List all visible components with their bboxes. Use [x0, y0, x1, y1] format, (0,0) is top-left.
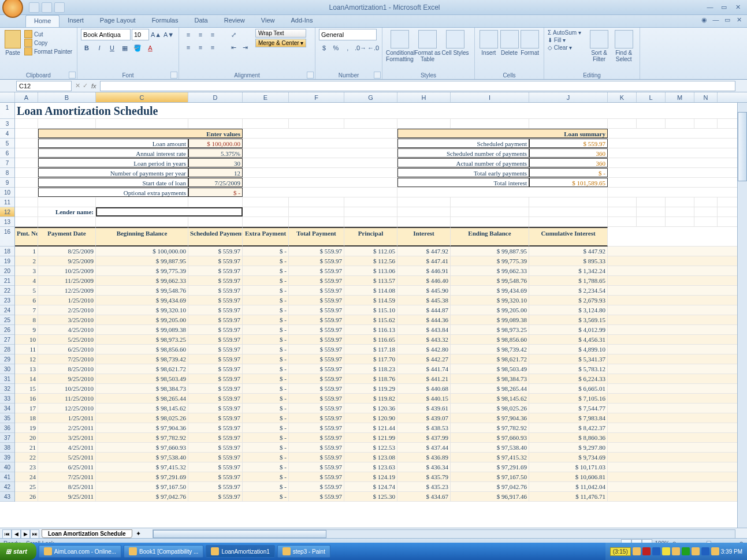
- cell[interactable]: $ -: [243, 286, 289, 295]
- cell[interactable]: [608, 217, 637, 226]
- cell[interactable]: $ 444.87: [397, 305, 451, 315]
- italic-button[interactable]: I: [94, 42, 105, 54]
- cell[interactable]: $ -: [243, 305, 289, 315]
- save-icon[interactable]: [29, 2, 39, 13]
- cell[interactable]: $ 98,265.44: [451, 384, 529, 393]
- cell[interactable]: Number of payments per year: [38, 168, 188, 177]
- cell[interactable]: 360: [529, 148, 608, 158]
- cell[interactable]: [38, 119, 96, 128]
- decrease-decimal-button[interactable]: ←.0: [367, 42, 378, 54]
- cell[interactable]: 6/25/2010: [38, 345, 96, 354]
- cell[interactable]: $ 97,415.32: [451, 453, 529, 462]
- cell[interactable]: [608, 207, 637, 216]
- sheet-tab-active[interactable]: Loan Amortization Schedule: [42, 529, 132, 538]
- tray-icon[interactable]: [672, 547, 680, 555]
- comma-button[interactable]: ,: [343, 42, 353, 54]
- font-dialog-launcher[interactable]: [170, 72, 177, 79]
- cell[interactable]: $ 559.97: [289, 286, 344, 295]
- column-header-K[interactable]: K: [608, 92, 637, 102]
- cell[interactable]: $ 559.97: [289, 374, 344, 383]
- cell[interactable]: $ 97,042.76: [451, 482, 529, 491]
- cell[interactable]: $ 4,012.99: [529, 325, 608, 334]
- next-sheet-button[interactable]: ▶: [21, 529, 30, 539]
- cell[interactable]: 10/25/2010: [38, 384, 96, 393]
- cell[interactable]: 3/25/2011: [38, 433, 96, 442]
- cell[interactable]: $ 559.97: [289, 335, 344, 344]
- bold-button[interactable]: B: [81, 42, 92, 54]
- cell[interactable]: $ -: [243, 276, 289, 285]
- last-sheet-button[interactable]: ⏭: [30, 529, 39, 539]
- shrink-font-button[interactable]: A▼: [163, 29, 174, 40]
- copy-button[interactable]: Copy: [24, 39, 72, 47]
- cell[interactable]: Lender name:: [38, 207, 96, 216]
- currency-button[interactable]: $: [319, 42, 329, 54]
- cell[interactable]: $ 97,660.93: [451, 433, 529, 442]
- cell[interactable]: 26: [15, 492, 38, 501]
- cell[interactable]: $ 119.82: [344, 394, 397, 403]
- doc-minimize-button[interactable]: —: [711, 16, 720, 24]
- cell[interactable]: $ -: [243, 364, 289, 374]
- cell[interactable]: 8/25/2011: [38, 482, 96, 491]
- autosum-button[interactable]: Σ AutoSum ▾: [548, 29, 587, 36]
- cell[interactable]: [666, 207, 694, 216]
- cell[interactable]: [243, 168, 397, 177]
- cell[interactable]: $ 559.97: [289, 276, 344, 285]
- cell[interactable]: $ 121.44: [344, 423, 397, 432]
- cell[interactable]: $ 98,384.73: [451, 374, 529, 383]
- cell[interactable]: $ 99,775.39: [96, 266, 188, 275]
- cell[interactable]: 6: [15, 296, 38, 305]
- column-header-M[interactable]: M: [666, 92, 694, 102]
- tab-home[interactable]: Home: [25, 15, 60, 27]
- cell[interactable]: $ 99,089.38: [96, 325, 188, 334]
- cell[interactable]: Optional extra payments: [38, 188, 188, 197]
- cell[interactable]: 16: [15, 394, 38, 403]
- column-header-J[interactable]: J: [529, 92, 608, 102]
- cell[interactable]: $ 125.30: [344, 492, 397, 501]
- cell[interactable]: [451, 207, 529, 216]
- cell[interactable]: [637, 119, 666, 128]
- cell[interactable]: Annual interest rate: [38, 148, 188, 158]
- cell[interactable]: 2: [15, 256, 38, 266]
- cell[interactable]: $ 99,320.10: [96, 305, 188, 315]
- cell[interactable]: [397, 207, 451, 216]
- align-center-button[interactable]: ≡: [195, 42, 206, 53]
- cell[interactable]: [96, 207, 243, 216]
- cell[interactable]: $ 4,899.10: [529, 345, 608, 354]
- cell-styles-button[interactable]: Cell Styles: [441, 29, 469, 78]
- cell[interactable]: $ 447.92: [529, 247, 608, 256]
- column-header-H[interactable]: H: [397, 92, 451, 102]
- cell[interactable]: 30: [188, 158, 243, 167]
- cell[interactable]: Beginning Balance: [96, 227, 188, 247]
- cell[interactable]: $ 559.97: [188, 296, 243, 305]
- cell[interactable]: $ 559.97: [188, 443, 243, 452]
- cell[interactable]: $ 123.63: [344, 462, 397, 472]
- fill-button[interactable]: ⬇ Fill ▾: [548, 36, 587, 44]
- tab-insert[interactable]: Insert: [60, 15, 92, 27]
- cell[interactable]: [15, 129, 38, 138]
- cell[interactable]: 10/25/2009: [38, 266, 96, 275]
- cell[interactable]: $ 5,783.12: [529, 364, 608, 374]
- cell[interactable]: $ 559.97: [289, 354, 344, 364]
- cell[interactable]: $ 99,548.76: [96, 286, 188, 295]
- cell[interactable]: [15, 178, 38, 187]
- cell[interactable]: $ 11,476.71: [529, 492, 608, 501]
- cell[interactable]: $ 114.59: [344, 296, 397, 305]
- cell[interactable]: $ 99,205.00: [96, 315, 188, 324]
- cell[interactable]: $ 1,342.24: [529, 266, 608, 275]
- cell[interactable]: [608, 197, 637, 207]
- cell[interactable]: $ 115.10: [344, 305, 397, 315]
- new-sheet-button[interactable]: ✦: [136, 530, 141, 537]
- cell[interactable]: 12: [188, 168, 243, 177]
- cell[interactable]: [289, 207, 344, 216]
- cell[interactable]: 4: [15, 276, 38, 285]
- cell[interactable]: [15, 188, 38, 197]
- cell[interactable]: $ -: [243, 443, 289, 452]
- cell[interactable]: $ 447.41: [397, 256, 451, 266]
- cell[interactable]: $ 117.70: [344, 354, 397, 364]
- cell[interactable]: 7/25/2010: [38, 354, 96, 364]
- cell[interactable]: [243, 197, 289, 207]
- cell[interactable]: 17: [15, 404, 38, 413]
- cell[interactable]: $ 112.56: [344, 256, 397, 266]
- cell[interactable]: $ 8,860.36: [529, 433, 608, 442]
- cell[interactable]: Scheduled Payment: [188, 227, 243, 247]
